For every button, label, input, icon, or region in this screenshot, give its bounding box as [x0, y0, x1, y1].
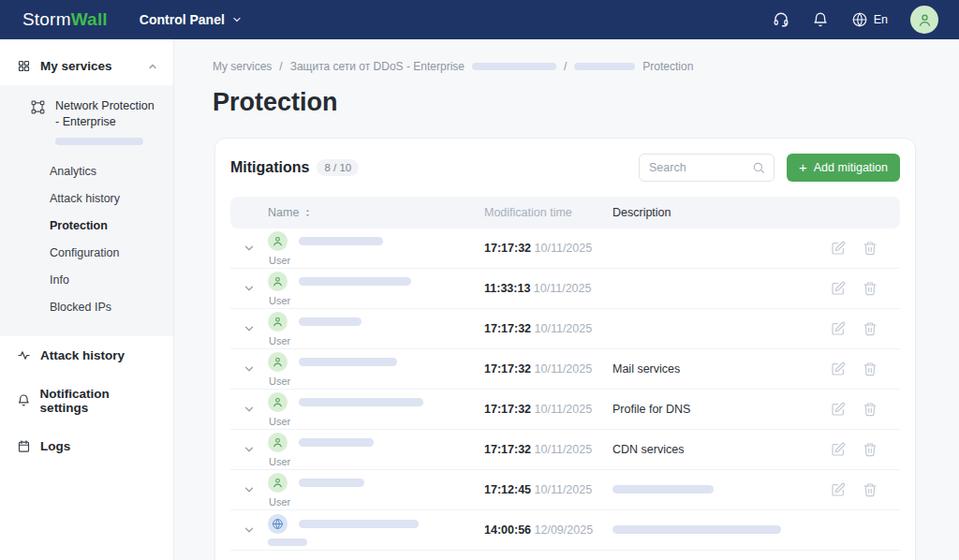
activity-icon [17, 348, 31, 362]
row-expand-button[interactable] [230, 523, 268, 537]
redacted-text [299, 277, 411, 286]
table-row[interactable]: User11:33:13 10/11/2025 [230, 269, 900, 309]
sidebar-subitem-info[interactable]: Info [0, 267, 173, 294]
delete-icon[interactable] [863, 281, 878, 296]
nav-item-label: Notification settings [40, 387, 158, 415]
actions-cell [823, 361, 900, 376]
user-avatar [268, 231, 288, 251]
table-row[interactable]: User17:12:45 10/11/2025 [230, 470, 900, 510]
notifications-bell-icon[interactable] [812, 11, 829, 28]
delete-icon[interactable] [863, 482, 878, 497]
delete-icon[interactable] [863, 241, 878, 256]
user-avatar-button[interactable] [910, 6, 938, 34]
control-panel-dropdown[interactable]: Control Panel [140, 12, 243, 27]
person-icon [272, 275, 284, 287]
redacted-text [612, 485, 714, 494]
redacted-text [268, 538, 307, 546]
owner-label: User [268, 295, 484, 306]
table-row[interactable]: User17:17:32 10/11/2025Profile for DNS [230, 390, 900, 430]
language-code: En [874, 13, 888, 26]
sidebar-item-notification-settings[interactable]: Notification settings [0, 375, 173, 427]
globe-avatar [268, 514, 288, 534]
sidebar-subitem-blocked-ips[interactable]: Blocked IPs [0, 294, 173, 321]
date-text: 12/09/2025 [535, 523, 594, 537]
language-selector[interactable]: En [851, 11, 888, 28]
breadcrumb-separator: / [564, 60, 567, 73]
chevron-down-icon [243, 242, 256, 255]
redacted-text [299, 520, 419, 528]
edit-icon[interactable] [831, 361, 846, 376]
date-text: 10/11/2025 [535, 242, 593, 255]
sidebar-subitem-attack-history[interactable]: Attack history [0, 185, 173, 213]
delete-icon[interactable] [863, 442, 878, 457]
table-row[interactable]: User17:17:32 10/11/2025CDN services [230, 430, 900, 470]
edit-icon[interactable] [831, 442, 846, 457]
modification-time-cell: 17:17:32 10/11/2025 [484, 242, 612, 255]
redacted-text [472, 63, 556, 70]
search-input[interactable] [649, 161, 752, 174]
redacted-text [299, 398, 423, 406]
mitigations-title: Mitigations [230, 159, 309, 176]
support-headset-icon[interactable] [773, 11, 789, 28]
time-text: 11:33:13 [484, 282, 530, 295]
row-expand-button[interactable] [230, 403, 268, 416]
name-column-header[interactable]: Name [268, 206, 484, 219]
row-expand-button[interactable] [230, 483, 268, 496]
name-cell: User [268, 433, 484, 467]
description-cell [612, 523, 823, 537]
row-expand-button[interactable] [230, 242, 268, 255]
user-avatar [268, 433, 288, 452]
add-mitigation-button[interactable]: + Add mitigation [787, 154, 900, 182]
row-expand-button[interactable] [230, 443, 268, 456]
name-cell [268, 514, 484, 546]
time-text: 17:17:32 [484, 403, 531, 416]
edit-icon[interactable] [831, 241, 846, 256]
edit-icon[interactable] [831, 482, 846, 497]
sidebar-item-attack-history[interactable]: Attack history [0, 336, 173, 375]
chevron-down-icon [243, 282, 256, 295]
logo-text-wall: Wall [71, 9, 108, 29]
row-expand-button[interactable] [230, 322, 268, 335]
delete-icon[interactable] [863, 402, 878, 417]
sidebar-item-logs[interactable]: Logs [0, 427, 173, 465]
date-text: 10/11/2025 [535, 362, 593, 376]
mitigations-count-badge: 8 / 10 [317, 159, 359, 176]
sidebar-item-my-services[interactable]: My services [0, 47, 173, 85]
redacted-text [299, 237, 383, 245]
breadcrumb-service[interactable]: Защита сети от DDoS - Enterprise [290, 60, 465, 73]
date-text: 10/11/2025 [535, 483, 593, 496]
row-expand-button[interactable] [230, 362, 268, 376]
search-icon[interactable] [752, 161, 765, 174]
time-text: 17:17:32 [484, 242, 531, 255]
globe-icon [272, 518, 284, 530]
chevron-down-icon [243, 362, 256, 376]
owner-label: User [268, 496, 484, 508]
edit-icon[interactable] [831, 281, 846, 296]
user-avatar [268, 473, 288, 493]
sidebar-subitem-configuration[interactable]: Configuration [0, 240, 173, 267]
breadcrumb-my-services[interactable]: My services [213, 60, 272, 73]
top-bar: StormWall Control Panel En [0, 0, 959, 39]
edit-icon[interactable] [831, 321, 846, 336]
table-row[interactable]: 14:00:56 12/09/2025 [230, 510, 900, 551]
row-expand-button[interactable] [230, 282, 268, 295]
sidebar-subitem-analytics[interactable]: Analytics [0, 158, 173, 185]
modification-time-cell: 17:17:32 10/11/2025 [484, 403, 612, 416]
control-panel-label: Control Panel [140, 12, 225, 27]
table-row[interactable]: User17:17:32 10/11/2025 [230, 309, 900, 349]
redacted-text [55, 138, 143, 145]
sidebar-subitem-protection[interactable]: Protection [0, 213, 173, 240]
stormwall-logo[interactable]: StormWall [22, 9, 108, 30]
table-row[interactable]: User17:17:32 10/11/2025 [230, 228, 900, 269]
my-services-label: My services [40, 59, 112, 73]
edit-icon[interactable] [831, 402, 846, 417]
delete-icon[interactable] [863, 321, 878, 336]
time-text: 17:17:32 [484, 322, 531, 335]
chevron-down-icon [243, 443, 256, 456]
modification-time-cell: 11:33:13 10/11/2025 [484, 282, 612, 295]
actions-cell [823, 482, 900, 497]
sidebar-service-network-protection[interactable]: Network Protection - Enterprise [0, 93, 173, 130]
card-header: Mitigations 8 / 10 + Add mitigation [230, 154, 900, 182]
delete-icon[interactable] [863, 361, 878, 376]
table-row[interactable]: User17:17:32 10/11/2025Mail services [230, 349, 900, 390]
